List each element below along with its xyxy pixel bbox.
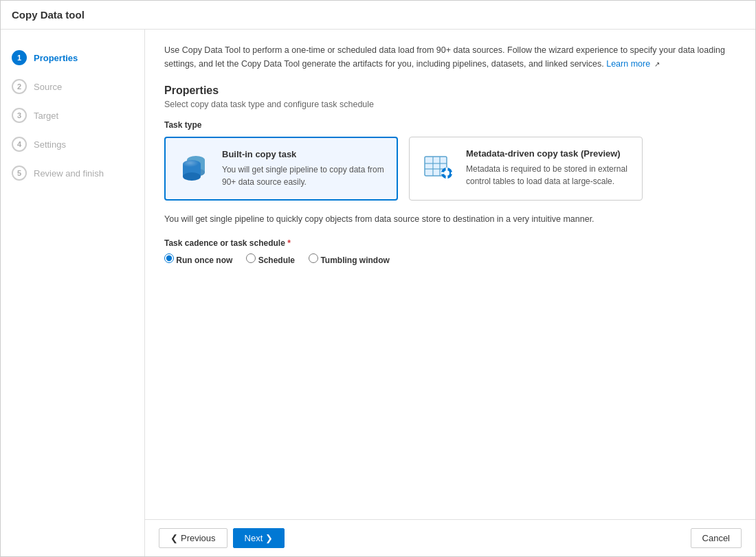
sidebar-item-review[interactable]: 5 Review and finish xyxy=(1,159,144,187)
prev-icon: ❮ xyxy=(170,533,178,543)
metadata-copy-icon xyxy=(421,148,456,184)
sidebar-label-properties: Properties xyxy=(34,53,78,63)
radio-run-once-input[interactable] xyxy=(164,253,174,263)
step-circle-3: 3 xyxy=(12,108,27,123)
next-icon: ❯ xyxy=(265,533,273,543)
builtin-card-desc: You will get single pipeline to copy dat… xyxy=(222,163,386,188)
step-circle-5: 5 xyxy=(12,166,27,181)
sidebar-label-review: Review and finish xyxy=(34,168,104,179)
builtin-copy-icon xyxy=(177,149,212,185)
external-link-icon: ↗ xyxy=(654,60,660,68)
svg-rect-17 xyxy=(451,172,454,174)
metadata-card-text: Metadata-driven copy task (Preview) Meta… xyxy=(466,148,631,187)
schedule-label-text: Task cadence or task schedule xyxy=(164,238,285,248)
builtin-card-text: Built-in copy task You will get single p… xyxy=(222,149,386,188)
builtin-copy-task-card[interactable]: Built-in copy task You will get single p… xyxy=(164,137,398,201)
sidebar-label-source: Source xyxy=(34,82,62,92)
main-content: 1 Properties 2 Source 3 Target 4 Setting… xyxy=(1,30,755,556)
sidebar-item-source[interactable]: 2 Source xyxy=(1,72,144,101)
title-bar: Copy Data tool xyxy=(1,1,755,30)
footer: ❮ Previous Next ❯ Cancel xyxy=(145,519,755,556)
metadata-copy-task-card[interactable]: Metadata-driven copy task (Preview) Meta… xyxy=(409,137,643,201)
svg-rect-14 xyxy=(446,168,448,170)
section-subtitle: Select copy data task type and configure… xyxy=(164,100,736,109)
step-circle-4: 4 xyxy=(12,137,27,152)
sidebar-item-settings[interactable]: 4 Settings xyxy=(1,130,144,159)
previous-label: Previous xyxy=(181,533,216,543)
svg-point-13 xyxy=(444,170,449,176)
content-area: Use Copy Data Tool to perform a one-time… xyxy=(145,30,755,556)
schedule-label: Task cadence or task schedule * xyxy=(164,238,736,248)
radio-tumbling[interactable]: Tumbling window xyxy=(309,253,390,265)
section-title: Properties xyxy=(164,84,736,97)
radio-run-once-label: Run once now xyxy=(176,255,232,265)
cancel-label: Cancel xyxy=(702,533,730,543)
sidebar-label-target: Target xyxy=(34,111,58,121)
svg-point-6 xyxy=(183,160,201,168)
window-title: Copy Data tool xyxy=(12,9,744,21)
radio-run-once[interactable]: Run once now xyxy=(164,253,232,265)
step-circle-2: 2 xyxy=(12,79,27,94)
app-window: Copy Data tool 1 Properties 2 Source 3 T… xyxy=(0,0,756,557)
radio-tumbling-input[interactable] xyxy=(309,253,318,263)
sidebar: 1 Properties 2 Source 3 Target 4 Setting… xyxy=(1,30,145,556)
footer-nav-buttons: ❮ Previous Next ❯ xyxy=(159,528,285,548)
schedule-section: Task cadence or task schedule * Run once… xyxy=(164,238,736,271)
radio-tumbling-label: Tumbling window xyxy=(320,255,389,265)
builtin-card-title: Built-in copy task xyxy=(222,149,386,159)
next-button[interactable]: Next ❯ xyxy=(233,528,285,548)
required-indicator: * xyxy=(287,238,291,248)
svg-rect-16 xyxy=(441,172,444,174)
svg-rect-15 xyxy=(446,176,448,179)
radio-schedule-input[interactable] xyxy=(246,253,256,263)
content-body: Use Copy Data Tool to perform a one-time… xyxy=(145,30,755,519)
svg-point-5 xyxy=(183,172,201,181)
step-circle-1: 1 xyxy=(12,50,27,65)
pipeline-note: You will get single pipeline to quickly … xyxy=(164,213,736,226)
task-cards-container: Built-in copy task You will get single p… xyxy=(164,137,736,201)
metadata-card-desc: Metadata is required to be stored in ext… xyxy=(466,163,631,187)
next-label: Next xyxy=(245,533,263,543)
sidebar-label-settings: Settings xyxy=(34,139,66,150)
cancel-button[interactable]: Cancel xyxy=(691,528,742,548)
metadata-card-title: Metadata-driven copy task (Preview) xyxy=(466,148,631,159)
radio-schedule-label: Schedule xyxy=(258,255,295,265)
learn-more-link[interactable]: Learn more xyxy=(606,59,650,69)
radio-schedule[interactable]: Schedule xyxy=(246,253,295,265)
task-type-label: Task type xyxy=(164,120,736,130)
sidebar-item-properties[interactable]: 1 Properties xyxy=(1,43,144,72)
info-banner: Use Copy Data Tool to perform a one-time… xyxy=(164,43,736,71)
previous-button[interactable]: ❮ Previous xyxy=(159,528,227,548)
sidebar-item-target[interactable]: 3 Target xyxy=(1,101,144,130)
radio-group: Run once now Schedule Tumbling window xyxy=(164,253,736,271)
